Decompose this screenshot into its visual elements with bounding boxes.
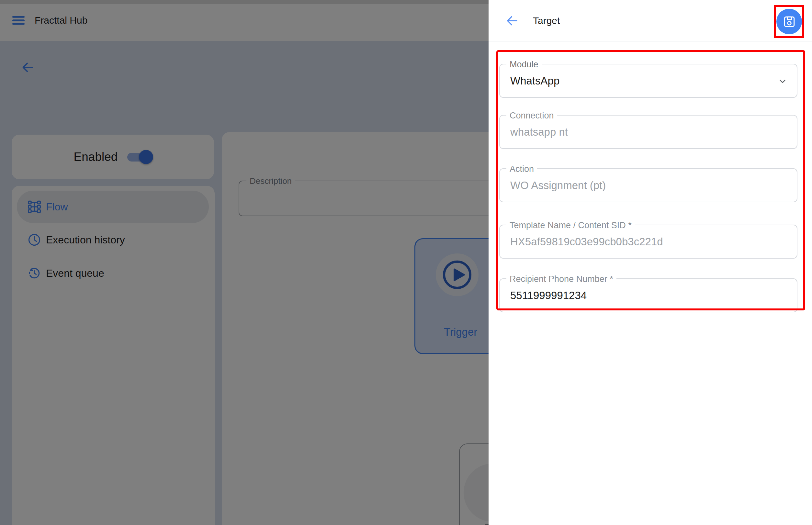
connection-field: Connection whatsapp nt xyxy=(499,115,797,149)
target-panel: Target Module WhatsApp Connection whatsa… xyxy=(489,0,812,525)
connection-value: whatsapp nt xyxy=(510,116,568,148)
action-field: Action WO Assignment (pt) xyxy=(499,168,797,202)
recipient-phone-field[interactable]: Recipient Phone Number * 5511999991234 xyxy=(499,279,797,312)
panel-title: Target xyxy=(533,0,560,42)
module-field[interactable]: Module WhatsApp xyxy=(499,64,797,98)
save-button[interactable] xyxy=(777,9,802,34)
back-arrow-icon[interactable] xyxy=(504,14,520,27)
chevron-down-icon[interactable] xyxy=(777,76,788,87)
template-sid-field[interactable]: Template Name / Content SID * HX5af59819… xyxy=(499,225,797,259)
fracttal-hub-app: Fracttal Hub Enabled xyxy=(0,0,812,525)
action-value: WO Assignment (pt) xyxy=(510,169,606,202)
template-sid-value: HX5af59819c03e99cb0b3c221d xyxy=(510,225,663,258)
save-floppy-icon xyxy=(783,15,796,29)
recipient-phone-value: 5511999991234 xyxy=(510,279,587,312)
target-panel-header: Target xyxy=(489,0,812,42)
module-value: WhatsApp xyxy=(510,64,559,97)
modal-scrim[interactable] xyxy=(0,0,489,525)
